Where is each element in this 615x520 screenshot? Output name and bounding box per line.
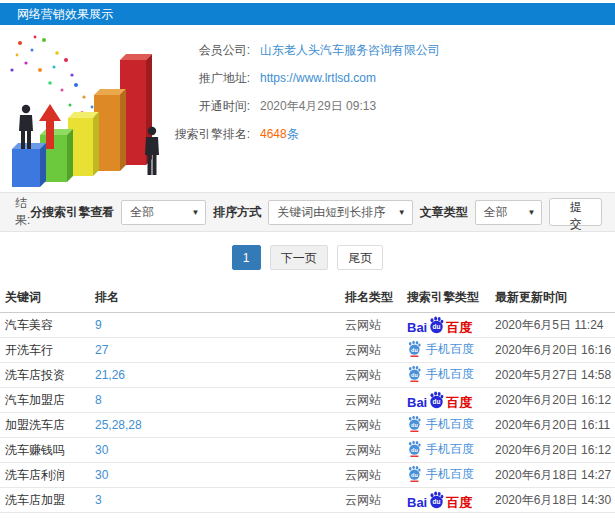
rank-cell[interactable]: 25,28,28: [90, 413, 340, 438]
mobile-baidu-paw-icon: du: [407, 340, 422, 357]
rank-type-cell: 云网站: [340, 338, 402, 363]
keyword-cell: 汽车加盟店: [0, 388, 90, 413]
table-row: 洗车店投资 21,26 云网站 Bai du 百度: [0, 363, 615, 388]
engine-rank-suffix: 条: [287, 127, 299, 141]
table-header-row: 关键词 排名 排名类型 搜索引擎类型 最新更新时间: [0, 282, 615, 313]
member-company-link[interactable]: 山东老人头汽车服务咨询有限公司: [260, 42, 440, 59]
page-title: 网络营销效果展示: [0, 3, 615, 25]
article-type-label: 文章类型: [420, 204, 468, 221]
rank-cell[interactable]: 30: [90, 438, 340, 463]
keyword-cell: 洗车店利润: [0, 463, 90, 488]
engine-type-cell: Bai du 百度 du: [402, 463, 490, 488]
table-row: 洗车赚钱吗 30 云网站 Bai du 百度: [0, 438, 615, 463]
open-time-value: 2020年4月29日 09:13: [260, 98, 376, 115]
update-time-cell: 2020年6月20日 16:12: [490, 438, 615, 463]
keyword-cell: 汽车美容: [0, 313, 90, 338]
update-time-cell: 2020年6月5日 11:24: [490, 313, 615, 338]
article-type-value: 全部: [484, 204, 508, 221]
table-row: 洗车店利润 30 云网站 Bai du 百度: [0, 463, 615, 488]
update-time-cell: 2020年6月20日 16:12: [490, 388, 615, 413]
col-engine-type: 搜索引擎类型: [402, 282, 490, 313]
baidu-logo: Bai du 百度: [407, 316, 472, 334]
info-section: 会员公司: 山东老人头汽车服务咨询有限公司 推广地址: https://www.…: [0, 25, 615, 192]
mobile-baidu-label: 手机百度: [426, 443, 474, 455]
svg-text:du: du: [433, 323, 441, 330]
rank-type-cell: 云网站: [340, 363, 402, 388]
engine-type-cell: Bai du 百度 du: [402, 413, 490, 438]
rank-cell[interactable]: 21,26: [90, 363, 340, 388]
next-page-button[interactable]: 下一页: [270, 245, 328, 270]
svg-text:du: du: [411, 447, 418, 453]
engine-type-cell: Bai du 百度 du: [402, 313, 490, 338]
table-row: 洗车店加盟 3 云网站 Bai du 百度: [0, 488, 615, 513]
chevron-down-icon: ▼: [527, 208, 535, 217]
mobile-baidu-label: 手机百度: [426, 468, 474, 480]
rank-cell[interactable]: 30: [90, 463, 340, 488]
col-rank: 排名: [90, 282, 340, 313]
filter-controls: 分搜索引擎查看 全部 ▼ 排序方式 关键词由短到长排序 ▼ 文章类型 全部 ▼ …: [30, 198, 602, 226]
table-row: 开洗车行 27 云网站 Bai du 百度: [0, 338, 615, 363]
filter-bar: 结果: 分搜索引擎查看 全部 ▼ 排序方式 关键词由短到长排序 ▼ 文章类型 全…: [0, 192, 615, 232]
col-keyword: 关键词: [0, 282, 90, 313]
ranking-table: 关键词 排名 排名类型 搜索引擎类型 最新更新时间 汽车美容 9 云网站 Bai…: [0, 282, 615, 513]
sort-label: 排序方式: [213, 204, 261, 221]
rank-cell[interactable]: 8: [90, 388, 340, 413]
svg-text:du: du: [411, 472, 418, 478]
baidu-paw-icon: du: [428, 491, 445, 509]
rank-type-cell: 云网站: [340, 413, 402, 438]
keyword-cell: 洗车店加盟: [0, 488, 90, 513]
result-label: 结果:: [15, 195, 30, 229]
svg-text:du: du: [411, 347, 418, 353]
pagination: 1 下一页 尾页: [0, 232, 615, 282]
mobile-baidu-logo: du 手机百度: [407, 415, 474, 432]
rank-cell[interactable]: 27: [90, 338, 340, 363]
submit-button[interactable]: 提交: [549, 198, 602, 226]
ranking-table-body: 汽车美容 9 云网站 Bai du 百度: [0, 313, 615, 513]
engine-filter-select[interactable]: 全部 ▼: [121, 200, 206, 225]
page-1-button[interactable]: 1: [232, 245, 261, 270]
mobile-baidu-label: 手机百度: [426, 368, 474, 380]
sort-value: 关键词由短到长排序: [277, 204, 385, 221]
keyword-cell: 开洗车行: [0, 338, 90, 363]
engine-filter-value: 全部: [130, 204, 154, 221]
engine-type-cell: Bai du 百度 du: [402, 488, 490, 513]
rank-type-cell: 云网站: [340, 388, 402, 413]
engine-rank-count: 4648: [260, 127, 287, 141]
bar-blue: [12, 143, 46, 187]
rank-cell[interactable]: 3: [90, 488, 340, 513]
table-row: 汽车加盟店 8 云网站 Bai du 百度: [0, 388, 615, 413]
rank-type-cell: 云网站: [340, 313, 402, 338]
col-rank-type: 排名类型: [340, 282, 402, 313]
engine-type-cell: Bai du 百度 du: [402, 338, 490, 363]
businessman-left: [19, 105, 33, 149]
last-page-button[interactable]: 尾页: [337, 245, 383, 270]
update-time-cell: 2020年6月20日 16:11: [490, 413, 615, 438]
update-time-cell: 2020年6月20日 16:16: [490, 338, 615, 363]
engine-type-cell: Bai du 百度 du: [402, 438, 490, 463]
engine-filter-label: 分搜索引擎查看: [30, 204, 114, 221]
col-update-time: 最新更新时间: [490, 282, 615, 313]
keyword-cell: 洗车赚钱吗: [0, 438, 90, 463]
baidu-logo: Bai du 百度: [407, 491, 472, 509]
mobile-baidu-label: 手机百度: [426, 418, 474, 430]
chevron-down-icon: ▼: [398, 208, 406, 217]
sort-select[interactable]: 关键词由短到长排序 ▼: [268, 200, 412, 225]
keyword-cell: 洗车店投资: [0, 363, 90, 388]
article-type-select[interactable]: 全部 ▼: [475, 200, 543, 225]
svg-text:du: du: [411, 422, 418, 428]
update-time-cell: 2020年6月18日 14:27: [490, 463, 615, 488]
promo-url-link[interactable]: https://www.lrtlsd.com: [260, 71, 376, 85]
mobile-baidu-paw-icon: du: [407, 415, 422, 432]
mobile-baidu-logo: du 手机百度: [407, 340, 474, 357]
rank-cell[interactable]: 9: [90, 313, 340, 338]
table-row: 加盟洗车店 25,28,28 云网站 Bai du 百度: [0, 413, 615, 438]
bar-chart-illustration: [2, 25, 187, 190]
mobile-baidu-logo: du 手机百度: [407, 440, 474, 457]
rank-type-cell: 云网站: [340, 488, 402, 513]
rank-type-cell: 云网站: [340, 463, 402, 488]
svg-text:du: du: [433, 398, 441, 405]
svg-text:du: du: [411, 372, 418, 378]
baidu-logo: Bai du 百度: [407, 391, 472, 409]
table-row: 汽车美容 9 云网站 Bai du 百度: [0, 313, 615, 338]
mobile-baidu-paw-icon: du: [407, 440, 422, 457]
